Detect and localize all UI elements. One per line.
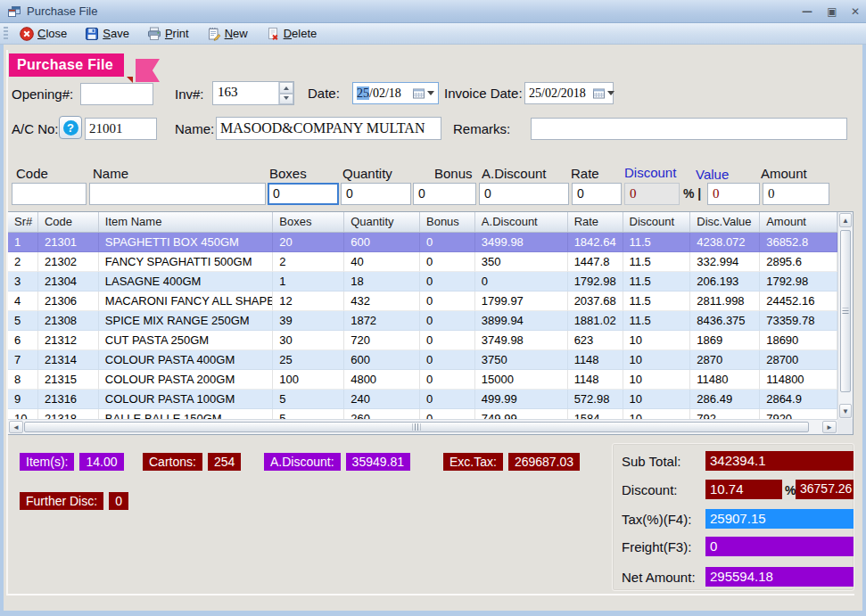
table-cell: 4800 <box>344 370 420 390</box>
exctax-summary: Exc.Tax: 269687.03 <box>443 453 580 471</box>
entry-bonus-input[interactable]: 0 <box>413 183 476 205</box>
table-cell: 114800 <box>760 370 837 390</box>
table-row[interactable]: 321304LASAGNE 400GM118001792.9811.5206.1… <box>8 272 837 292</box>
vertical-scroll-thumb[interactable] <box>840 230 851 392</box>
freight-value[interactable]: 0 <box>705 537 854 556</box>
calendar-icon <box>413 88 425 99</box>
close-button[interactable]: Close <box>13 25 73 43</box>
discount-percent-value[interactable]: 10.74 <box>705 480 782 499</box>
entry-adiscount-input[interactable]: 0 <box>479 183 569 205</box>
account-lookup-button[interactable] <box>59 116 82 139</box>
scroll-down-icon[interactable]: ▼ <box>839 404 852 418</box>
grid-column-header[interactable]: Disc.Value <box>690 212 760 232</box>
maximize-button[interactable]: ▣ <box>821 3 843 20</box>
table-cell: 2870 <box>690 350 760 370</box>
entry-discount-input[interactable]: 0 <box>624 183 680 205</box>
vertical-scrollbar[interactable]: ▲ ▼ <box>837 212 853 419</box>
entry-value-input[interactable]: 0 <box>707 183 760 205</box>
table-row[interactable]: 721314COLOUR PASTA 400GM2560003750114810… <box>8 350 837 370</box>
scroll-up-icon[interactable]: ▲ <box>839 213 852 227</box>
table-cell: 2037.68 <box>568 292 623 311</box>
table-cell: 240 <box>344 390 420 409</box>
table-cell: 572.98 <box>568 390 623 409</box>
table-row[interactable]: 121301SPAGHETTI BOX 450GM2060003499.9818… <box>8 233 837 252</box>
tax-value[interactable]: 25907.15 <box>705 509 854 529</box>
grid-column-header[interactable]: Quantity <box>344 212 420 232</box>
entry-rate-input[interactable]: 0 <box>572 183 622 205</box>
grid-column-header[interactable]: Boxes <box>273 212 344 232</box>
grid-column-header[interactable]: Amount <box>760 212 837 232</box>
table-cell: 40 <box>344 252 420 272</box>
grid-header-row: Sr#CodeItem NameBoxesQuantityBonusA.Disc… <box>8 212 837 233</box>
chevron-down-icon <box>427 87 434 99</box>
minimize-button[interactable]: — <box>796 3 818 20</box>
name-label: Name: <box>175 121 214 136</box>
cartons-summary-value: 254 <box>208 453 241 471</box>
table-cell: 720 <box>344 331 420 350</box>
opening-input[interactable] <box>80 83 153 105</box>
scroll-right-icon[interactable]: ► <box>822 421 837 433</box>
table-cell: 20 <box>273 233 344 252</box>
grid-column-header[interactable]: Discount <box>623 212 691 232</box>
spin-down-icon[interactable] <box>279 94 293 105</box>
table-cell: 18 <box>344 272 420 292</box>
grid-column-header[interactable]: Sr# <box>8 212 38 232</box>
table-cell: 0 <box>475 272 568 292</box>
date-dropdown-button[interactable] <box>409 87 438 99</box>
discount-label: Discount: <box>622 482 678 497</box>
entry-quantity-input[interactable]: 0 <box>341 183 411 205</box>
further-disc-summary: Further Disc: 0 <box>20 492 128 510</box>
close-window-button[interactable]: ✕ <box>845 3 866 20</box>
table-cell: 21301 <box>38 233 99 252</box>
acno-input[interactable]: 21001 <box>85 118 157 140</box>
grid-column-header[interactable]: Rate <box>568 212 623 232</box>
grid-column-header[interactable]: Item Name <box>99 212 274 232</box>
chevron-down-icon <box>607 87 614 99</box>
table-cell: 1792.98 <box>760 272 837 292</box>
new-button[interactable]: New <box>201 25 254 43</box>
spin-up-icon[interactable] <box>279 82 293 94</box>
table-row[interactable]: 821315COLOUR PASTA 200GM1004800015000114… <box>8 370 837 390</box>
name-input[interactable]: MASOOD&COMPANY MULTAN <box>216 117 441 140</box>
entry-quantity-label: Quantity <box>342 166 392 181</box>
entry-amount-input[interactable]: 0 <box>763 183 829 205</box>
entry-code-input[interactable] <box>12 183 87 205</box>
save-button[interactable]: Save <box>78 25 136 43</box>
entry-boxes-input[interactable]: 0 <box>268 183 339 205</box>
table-cell: 24452.16 <box>760 292 837 311</box>
table-cell: 1881.02 <box>568 311 623 331</box>
date-picker[interactable]: 25/02/18 <box>352 82 439 104</box>
adiscount-summary-value: 35949.81 <box>346 453 410 471</box>
percent-separator: % | <box>683 186 701 201</box>
table-row[interactable]: 421306MACARONI FANCY ALL SHAPES ...12432… <box>8 292 837 311</box>
table-cell: 4238.072 <box>690 233 760 252</box>
horizontal-scrollbar[interactable]: ◄ ► <box>8 419 837 434</box>
window-border-bottom <box>0 611 866 616</box>
table-cell: 286.49 <box>690 390 760 409</box>
grid-column-header[interactable]: A.Discount <box>475 212 568 232</box>
invoice-date-dropdown-button[interactable] <box>590 87 618 99</box>
inv-number-stepper[interactable]: 163 <box>212 81 294 105</box>
table-cell: 2864.9 <box>760 390 837 409</box>
table-cell: 11.5 <box>623 272 691 292</box>
table-row[interactable]: 621312CUT PASTA 250GM3072003749.98623101… <box>8 331 837 350</box>
table-row[interactable]: 221302FANCY SPAGHATTI 500GM24003501447.8… <box>8 252 837 272</box>
invoice-date-picker[interactable]: 25/02/2018 <box>524 82 614 104</box>
table-row[interactable]: 921316COLOUR PASTA 100GM52400499.99572.9… <box>8 390 837 409</box>
horizontal-scroll-thumb[interactable] <box>24 422 809 432</box>
entry-bonus-label: Bonus <box>434 166 473 181</box>
table-row[interactable]: 521308SPICE MIX RANGE 250GM39187203899.9… <box>8 311 837 331</box>
grid-column-header[interactable]: Bonus <box>420 212 475 232</box>
delete-button[interactable]: Delete <box>260 25 324 43</box>
print-button[interactable]: Print <box>141 25 195 43</box>
tax-label: Tax(%)(F4): <box>622 512 691 527</box>
grid-column-header[interactable]: Code <box>38 212 99 232</box>
scroll-left-icon[interactable]: ◄ <box>9 421 23 433</box>
further-disc-value: 0 <box>109 492 128 510</box>
minimize-icon: — <box>802 5 812 18</box>
entry-name-input[interactable] <box>89 183 266 205</box>
table-cell: 2895.6 <box>760 252 837 272</box>
remarks-input[interactable] <box>531 118 847 140</box>
net-amount-label: Net Amount: <box>622 570 696 585</box>
inv-label: Inv#: <box>175 86 204 102</box>
